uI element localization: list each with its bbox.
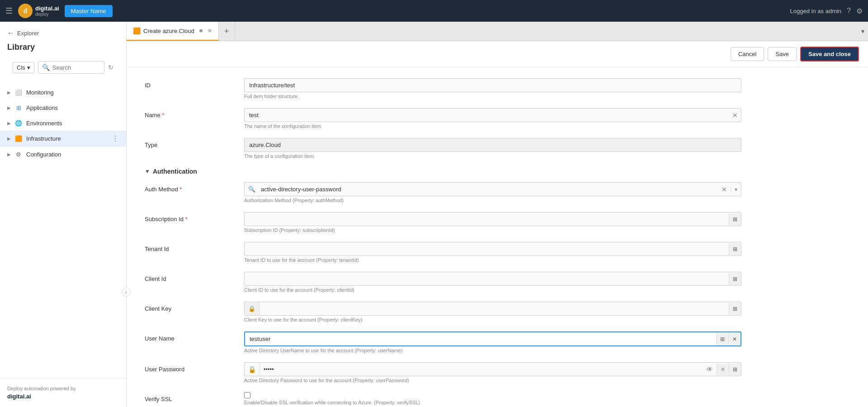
subscription-id-input[interactable] — [245, 213, 729, 226]
name-input-wrapper: ✕ — [244, 108, 741, 122]
verify-ssl-field: Enable/Disable SSL verification while co… — [244, 392, 741, 405]
search-input[interactable] — [52, 64, 100, 71]
sidebar-back[interactable]: ← Explorer — [7, 29, 119, 37]
master-name-button[interactable]: Master Name — [65, 5, 113, 17]
username-expand-btn[interactable]: ⊞ — [717, 333, 728, 345]
search-icon: 🔍 — [42, 64, 50, 71]
auth-method-dropdown[interactable]: 🔍 active-directory-user-password ✕ ▾ — [244, 182, 741, 196]
password-clear-button[interactable]: ✕ — [717, 364, 729, 375]
auth-section-collapse-button[interactable]: ▼ Authentication — [145, 168, 197, 175]
new-tab-button[interactable]: + — [219, 22, 235, 41]
username-input[interactable] — [245, 332, 716, 345]
auth-dropdown-value: active-directory-user-password — [259, 183, 718, 196]
user-password-row: User Password 🔒 👁 ✕ ⊞ Active Directory P… — [145, 362, 741, 383]
tenant-id-input-wrapper: ⊞ — [244, 242, 741, 256]
client-key-input[interactable] — [259, 302, 729, 315]
tab-close-button[interactable]: ✕ — [208, 28, 212, 34]
tab-bar-end: ▾ — [861, 28, 868, 35]
main-layout: ← Explorer Library Cls ▾ 🔍 ↻ ▶ ⬜ Moni — [0, 22, 868, 407]
logo: d digital.ai deploy — [18, 4, 59, 18]
client-key-row: Client Key 🔒 ⊞ Client Key to use for the… — [145, 302, 741, 322]
client-key-input-wrapper: 🔒 ⊞ — [244, 302, 741, 316]
settings-icon[interactable]: ⚙ — [856, 7, 863, 15]
name-clear-button[interactable]: ✕ — [732, 112, 738, 119]
config-icon: ⚙ — [14, 150, 23, 158]
back-arrow-icon: ← — [7, 29, 14, 37]
expand-icon: ▶ — [7, 121, 11, 126]
password-input[interactable] — [260, 363, 703, 376]
client-id-btn[interactable]: ⊞ — [729, 273, 741, 285]
user-password-field: 🔒 👁 ✕ ⊞ Active Directory Password to use… — [244, 362, 741, 383]
client-id-hint: Client ID to use for the account (Proper… — [244, 287, 741, 293]
cancel-button[interactable]: Cancel — [731, 47, 764, 61]
user-name-label: User Name — [145, 331, 244, 342]
tenant-id-btn[interactable]: ⊞ — [729, 243, 741, 255]
subscription-id-input-wrapper: ⊞ — [244, 212, 741, 226]
logo-icon: d — [18, 4, 33, 18]
cls-dropdown[interactable]: Cls ▾ — [13, 62, 34, 73]
auth-section-header-row: ▼ Authentication — [145, 168, 741, 175]
client-key-btn[interactable]: ⊞ — [729, 303, 741, 315]
tab-label: Create azure.Cloud — [143, 28, 194, 34]
type-row: Type The type of a configuration item. — [145, 138, 741, 159]
tab-modified-indicator: ✱ — [199, 28, 203, 34]
id-input[interactable] — [244, 78, 741, 92]
form-area: Cancel Save Save and close ID Full item … — [127, 41, 868, 407]
footer-powered-text: Deploy automation powered by — [7, 386, 119, 391]
client-id-input-wrapper: ⊞ — [244, 272, 741, 286]
type-field: The type of a configuration item. — [244, 138, 741, 159]
password-input-wrapper: 🔒 👁 ✕ ⊞ — [244, 362, 741, 376]
client-id-input[interactable] — [245, 272, 729, 285]
env-icon: 🌐 — [14, 119, 23, 127]
client-key-hint: Client Key to use for the account (Prope… — [244, 317, 741, 322]
sidebar-item-label: Infrastructure — [26, 135, 61, 142]
refresh-icon[interactable]: ↻ — [108, 64, 113, 71]
tenant-id-input[interactable] — [245, 242, 729, 256]
sidebar-item-applications[interactable]: ▶ ⊞ Applications — [0, 100, 126, 115]
verify-ssl-checkbox[interactable] — [244, 392, 250, 398]
client-id-field: ⊞ Client ID to use for the account (Prop… — [244, 272, 741, 293]
client-key-lock-icon: 🔒 — [245, 303, 259, 315]
type-input — [244, 138, 741, 152]
name-label: Name * — [145, 108, 244, 118]
tenant-id-label: Tenant Id — [145, 242, 244, 252]
username-clear-btn[interactable]: ✕ — [728, 333, 741, 345]
type-label: Type — [145, 138, 244, 148]
sidebar-collapse-button[interactable]: ‹ — [122, 288, 131, 297]
subscription-required: * — [185, 216, 188, 222]
sidebar-item-environments[interactable]: ▶ 🌐 Environments — [0, 115, 126, 131]
sidebar-search-row: Cls ▾ 🔍 ↻ — [7, 57, 119, 77]
sidebar-item-infrastructure[interactable]: ▶ 🟧 Infrastructure ⋮ — [0, 131, 126, 147]
client-key-label: Client Key — [145, 302, 244, 312]
help-icon[interactable]: ? — [847, 7, 851, 15]
user-password-hint: Active Directory Password to use for the… — [244, 378, 741, 383]
sidebar-item-label: Environments — [26, 120, 62, 127]
monitor-icon: ⬜ — [14, 88, 23, 96]
save-button[interactable]: Save — [768, 47, 797, 61]
tenant-id-hint: Tenant ID to use for the account (Proper… — [244, 257, 741, 263]
tab-chevron-icon[interactable]: ▾ — [861, 28, 864, 35]
hamburger-icon[interactable]: ☰ — [5, 6, 13, 16]
subscription-id-label: Subscription Id * — [145, 212, 244, 222]
save-and-close-button[interactable]: Save and close — [800, 47, 859, 62]
tab-create-azure-cloud[interactable]: 🟧 Create azure.Cloud ✱ ✕ — [127, 22, 219, 41]
more-icon[interactable]: ⋮ — [112, 134, 119, 143]
password-show-button[interactable]: 👁 — [703, 363, 717, 376]
auth-method-row: Auth Method * 🔍 active-directory-user-pa… — [145, 182, 741, 203]
password-expand-btn[interactable]: ⊞ — [729, 364, 741, 375]
sidebar-item-monitoring[interactable]: ▶ ⬜ Monitoring — [0, 85, 126, 100]
sidebar-item-configuration[interactable]: ▶ ⚙ Configuration — [0, 147, 126, 162]
auth-dropdown-clear-button[interactable]: ✕ — [718, 186, 731, 193]
auth-dropdown-arrow-icon[interactable]: ▾ — [731, 186, 741, 193]
username-field-buttons: ⊞ ✕ — [716, 333, 741, 345]
verify-ssl-row: Verify SSL Enable/Disable SSL verificati… — [145, 392, 741, 405]
user-name-hint: Active Directory UserName to use for the… — [244, 348, 741, 353]
sidebar-search: 🔍 — [38, 61, 104, 74]
tab-icon: 🟧 — [133, 27, 141, 34]
name-input[interactable] — [244, 108, 741, 122]
expand-icon: ▶ — [7, 90, 11, 95]
top-nav: ☰ d digital.ai deploy Master Name Logged… — [0, 0, 868, 22]
subscription-id-btn[interactable]: ⊞ — [729, 213, 741, 225]
nav-right: Logged in as admin ? ⚙ — [790, 7, 863, 15]
expand-icon: ▶ — [7, 105, 11, 110]
